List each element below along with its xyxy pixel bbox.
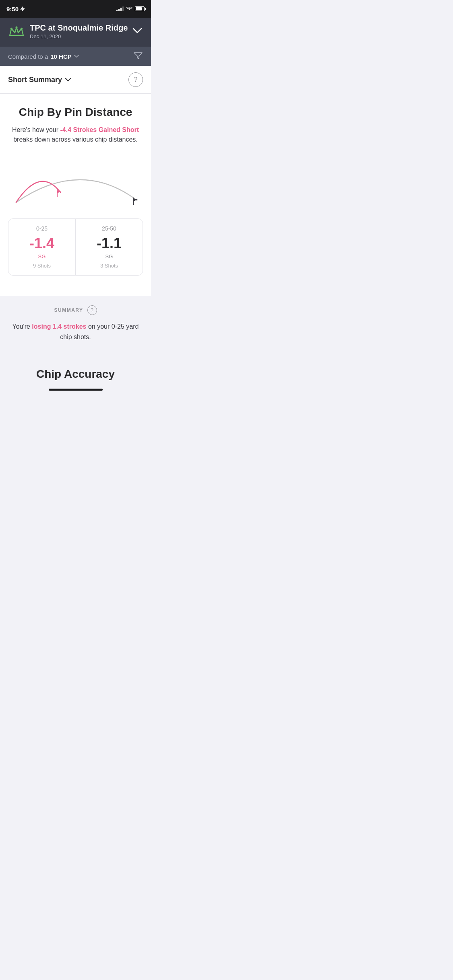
summary-header: SUMMARY ? xyxy=(8,305,143,315)
sg-value-25-50: -1.1 xyxy=(82,235,136,252)
filter-button[interactable] xyxy=(133,51,143,61)
sg-value-0-25: -1.4 xyxy=(15,235,69,252)
svg-point-2 xyxy=(21,28,23,30)
time-display: 9:50 xyxy=(6,6,19,12)
main-content: Chip By Pin Distance Here's how your -4.… xyxy=(0,94,151,296)
summary-help-button[interactable]: ? xyxy=(128,72,143,87)
stat-card-25-50[interactable]: 25-50 -1.1 SG 3 Shots xyxy=(76,219,143,275)
chip-description: Here's how your -4.4 Strokes Gained Shor… xyxy=(8,125,143,144)
hcp-chevron-icon xyxy=(74,55,79,58)
shots-25-50: 3 Shots xyxy=(82,263,136,269)
header-left: TPC at Snoqualmie Ridge Dec 11, 2020 xyxy=(8,23,128,39)
location-icon xyxy=(20,6,25,11)
status-time: 9:50 xyxy=(6,6,25,12)
next-section: Chip Accuracy xyxy=(0,352,151,399)
header-dropdown-button[interactable] xyxy=(132,27,143,36)
stat-card-0-25[interactable]: 0-25 -1.4 SG 9 Shots xyxy=(8,219,76,275)
status-bar: 9:50 xyxy=(0,0,151,18)
summary-help-icon-button[interactable]: ? xyxy=(87,305,97,315)
svg-point-1 xyxy=(15,26,17,28)
dark-flag-icon xyxy=(134,198,138,205)
summary-highlighted-text: losing 1.4 strokes xyxy=(32,323,86,330)
bottom-home-indicator xyxy=(49,389,103,391)
desc-text-1: Here's how your xyxy=(12,126,60,133)
range-25-50: 25-50 xyxy=(82,225,136,232)
summary-chevron-icon xyxy=(65,78,71,82)
highlighted-sg-value: -4.4 Strokes Gained Short xyxy=(60,126,139,133)
status-icons xyxy=(116,6,145,12)
chip-accuracy-title: Chip Accuracy xyxy=(8,368,143,381)
summary-title-text: SUMMARY xyxy=(54,307,83,313)
header-title: TPC at Snoqualmie Ridge Dec 11, 2020 xyxy=(30,23,128,39)
range-0-25: 0-25 xyxy=(15,225,69,232)
signal-icon xyxy=(116,6,124,11)
compared-to-label: Compared to a xyxy=(8,53,48,60)
filter-bar: Compared to a 10 HCP xyxy=(0,47,151,66)
arc-chart xyxy=(8,154,143,210)
stats-cards: 0-25 -1.4 SG 9 Shots 25-50 -1.1 SG 3 Sho… xyxy=(8,218,143,276)
summary-text-1: You're xyxy=(12,323,32,330)
filter-icon xyxy=(133,51,143,60)
hcp-value: 10 HCP xyxy=(50,53,72,60)
wifi-icon xyxy=(126,6,132,12)
sg-label-0-25: SG xyxy=(15,253,69,259)
battery-icon xyxy=(135,6,145,11)
svg-point-0 xyxy=(10,28,12,30)
sg-label-25-50: SG xyxy=(82,253,136,259)
shots-0-25: 9 Shots xyxy=(15,263,69,269)
short-summary-bar[interactable]: Short Summary ? xyxy=(0,66,151,94)
summary-label-text: Short Summary xyxy=(8,76,62,84)
round-date: Dec 11, 2020 xyxy=(30,33,128,39)
chip-by-pin-distance-title: Chip By Pin Distance xyxy=(8,106,143,119)
app-header: TPC at Snoqualmie Ridge Dec 11, 2020 xyxy=(0,18,151,47)
chip-arc-chart-svg xyxy=(8,154,143,210)
hcp-selector[interactable]: Compared to a 10 HCP xyxy=(8,53,79,60)
course-name: TPC at Snoqualmie Ridge xyxy=(30,23,128,33)
summary-section: SUMMARY ? You're losing 1.4 strokes on y… xyxy=(0,296,151,352)
desc-text-2: breaks down across various chip distance… xyxy=(13,136,138,143)
crown-logo-icon xyxy=(8,24,25,39)
summary-body-text: You're losing 1.4 strokes on your 0-25 y… xyxy=(8,321,143,342)
short-summary-label: Short Summary xyxy=(8,76,71,84)
